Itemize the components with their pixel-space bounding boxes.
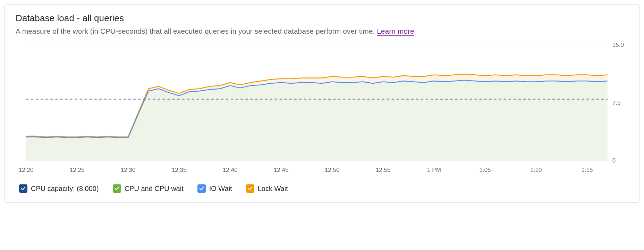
svg-text:1:10: 1:10 xyxy=(530,167,542,173)
svg-text:1:05: 1:05 xyxy=(479,167,491,173)
legend-label: CPU and CPU wait xyxy=(125,185,184,193)
svg-text:12:55: 12:55 xyxy=(376,167,391,173)
svg-text:1:15: 1:15 xyxy=(581,167,593,173)
legend-cpu-capacity[interactable]: CPU capacity: (8.000) xyxy=(19,184,99,193)
legend-io-wait[interactable]: IO Wait xyxy=(197,184,232,193)
svg-text:12:25: 12:25 xyxy=(70,167,85,173)
svg-text:12:20: 12:20 xyxy=(19,167,34,173)
legend-label: Lock Wait xyxy=(258,185,288,193)
svg-text:12:30: 12:30 xyxy=(121,167,136,173)
learn-more-link[interactable]: Learn more xyxy=(377,27,414,36)
svg-text:12:45: 12:45 xyxy=(274,167,289,173)
chart-container: 07.515.012:2012:2512:3012:3512:4012:4512… xyxy=(16,42,628,175)
svg-text:15.0: 15.0 xyxy=(612,42,624,48)
card-title: Database load - all queries xyxy=(16,13,628,24)
legend-cpu-wait[interactable]: CPU and CPU wait xyxy=(113,184,184,193)
svg-text:7.5: 7.5 xyxy=(612,100,621,106)
svg-text:1 PM: 1 PM xyxy=(427,167,441,173)
card-subtitle: A measure of the work (in CPU-seconds) t… xyxy=(16,27,628,35)
svg-text:0: 0 xyxy=(612,157,616,164)
checkbox-icon xyxy=(113,184,121,193)
svg-text:12:35: 12:35 xyxy=(172,167,187,173)
subtitle-text: A measure of the work (in CPU-seconds) t… xyxy=(16,27,377,35)
database-load-card: Database load - all queries A measure of… xyxy=(4,4,640,203)
database-load-chart[interactable]: 07.515.012:2012:2512:3012:3512:4012:4512… xyxy=(16,42,628,175)
svg-text:12:40: 12:40 xyxy=(223,167,238,173)
checkbox-icon xyxy=(19,184,27,193)
checkbox-icon xyxy=(246,184,254,193)
legend-lock-wait[interactable]: Lock Wait xyxy=(246,184,288,193)
checkbox-icon xyxy=(197,184,206,193)
legend-label: CPU capacity: (8.000) xyxy=(31,185,99,193)
svg-text:12:50: 12:50 xyxy=(325,167,340,173)
chart-legend: CPU capacity: (8.000) CPU and CPU wait I… xyxy=(16,184,628,193)
legend-label: IO Wait xyxy=(209,185,232,193)
